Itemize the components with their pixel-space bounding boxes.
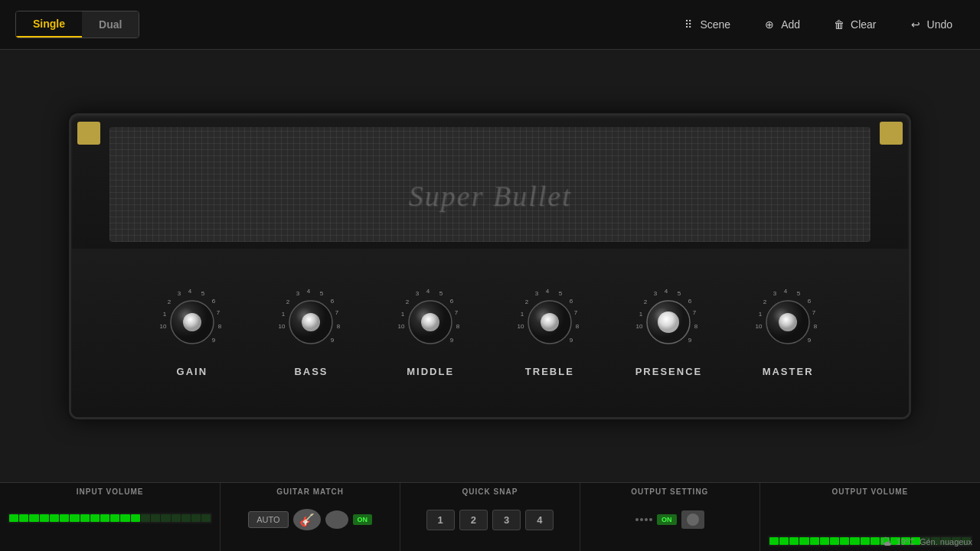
auto-button[interactable]: AUTO bbox=[248, 511, 288, 528]
svg-text:7: 7 bbox=[693, 309, 697, 316]
svg-text:10: 10 bbox=[636, 323, 643, 330]
svg-text:9: 9 bbox=[450, 337, 454, 344]
output-dots[interactable] bbox=[635, 518, 652, 521]
svg-text:4: 4 bbox=[307, 288, 311, 295]
grille-cloth: Super Bullet bbox=[109, 127, 871, 242]
add-button[interactable]: ⊕ Add bbox=[750, 11, 812, 37]
svg-text:7: 7 bbox=[455, 309, 459, 316]
svg-text:7: 7 bbox=[812, 309, 816, 316]
svg-text:6: 6 bbox=[450, 298, 454, 305]
corner-tr bbox=[880, 122, 903, 145]
svg-point-23 bbox=[302, 313, 320, 331]
tab-single[interactable]: Single bbox=[16, 11, 82, 37]
knob-master-label: MASTER bbox=[763, 366, 814, 377]
bottom-strip: INPUT VOLUME GUITAR MATCH AUTO 🎸 ON QUIC… bbox=[0, 482, 980, 551]
svg-text:8: 8 bbox=[337, 323, 341, 330]
guitar-match-controls: AUTO 🎸 ON bbox=[228, 509, 392, 530]
trash-icon: 🗑 bbox=[832, 18, 846, 31]
scene-button[interactable]: ⠿ Scene bbox=[669, 11, 743, 37]
output-setting-label: OUTPUT SETTING bbox=[631, 487, 708, 496]
svg-text:2: 2 bbox=[168, 298, 172, 305]
knob-group-bass: 4 5 6 3 2 1 7 8 9 10 bbox=[276, 288, 345, 377]
main-content: Super Bullet 4 5 6 3 2 bbox=[0, 50, 980, 482]
svg-text:2: 2 bbox=[644, 298, 648, 305]
knob-bass[interactable]: 4 5 6 3 2 1 7 8 9 10 bbox=[276, 288, 345, 357]
svg-text:6: 6 bbox=[688, 298, 692, 305]
snap-btn-3[interactable]: 3 bbox=[492, 510, 521, 530]
svg-text:7: 7 bbox=[335, 309, 339, 316]
top-bar: Single Dual ⠿ Scene ⊕ Add 🗑 Clear ↩ Undo bbox=[0, 0, 980, 50]
snap-btn-4[interactable]: 4 bbox=[525, 510, 554, 530]
knob-gain-label: GAIN bbox=[177, 366, 208, 377]
controls-panel: 4 5 6 3 2 1 7 8 9 10 bbox=[71, 249, 909, 417]
corner-tl bbox=[77, 122, 100, 145]
knob-treble[interactable]: 4 5 6 3 2 1 7 8 9 10 bbox=[515, 288, 584, 357]
snap-btn-1[interactable]: 1 bbox=[426, 510, 455, 530]
knob-group-gain: 4 5 6 3 2 1 7 8 9 10 bbox=[158, 288, 227, 377]
knob-bass-label: BASS bbox=[294, 366, 328, 377]
quick-snap-label: QUICK SNAP bbox=[462, 487, 518, 496]
knob-master[interactable]: 4 5 6 3 2 1 7 8 9 10 bbox=[753, 288, 822, 357]
svg-text:6: 6 bbox=[570, 298, 573, 305]
svg-text:3: 3 bbox=[178, 290, 181, 297]
scene-label: Scene bbox=[700, 18, 730, 31]
undo-icon: ↩ bbox=[909, 18, 923, 31]
add-label: Add bbox=[781, 18, 800, 31]
input-volume-label: INPUT VOLUME bbox=[77, 487, 144, 496]
output-on-badge: ON bbox=[657, 514, 677, 525]
output-knob[interactable] bbox=[681, 510, 704, 529]
svg-text:3: 3 bbox=[296, 290, 300, 297]
quick-snap-controls: 1 2 3 4 bbox=[408, 510, 572, 530]
svg-text:10: 10 bbox=[279, 323, 286, 330]
amp-body: Super Bullet 4 5 6 3 2 bbox=[69, 113, 911, 419]
snap-btn-2[interactable]: 2 bbox=[459, 510, 488, 530]
svg-text:1: 1 bbox=[639, 311, 643, 318]
svg-text:9: 9 bbox=[331, 337, 335, 344]
weather-widget: 🌤 19°C Gén. nuageux bbox=[880, 536, 972, 548]
svg-text:4: 4 bbox=[426, 288, 430, 295]
svg-text:8: 8 bbox=[576, 323, 580, 330]
svg-point-71 bbox=[779, 313, 797, 331]
svg-point-59 bbox=[658, 311, 679, 333]
guitar-icon: 🎸 bbox=[293, 509, 321, 530]
svg-text:1: 1 bbox=[401, 311, 405, 318]
svg-text:4: 4 bbox=[665, 288, 668, 295]
guitar-match-label: GUITAR MATCH bbox=[276, 487, 344, 496]
knob-group-presence: 4 5 6 3 2 1 7 8 9 10 bbox=[634, 288, 703, 377]
svg-text:8: 8 bbox=[814, 323, 818, 330]
svg-text:8: 8 bbox=[218, 323, 222, 330]
tab-dual[interactable]: Dual bbox=[82, 11, 139, 37]
mode-tabs: Single Dual bbox=[15, 11, 139, 38]
undo-button[interactable]: ↩ Undo bbox=[897, 11, 965, 37]
svg-text:3: 3 bbox=[535, 290, 539, 297]
output-setting-controls: ON bbox=[588, 510, 752, 529]
svg-text:3: 3 bbox=[416, 290, 420, 297]
svg-text:1: 1 bbox=[282, 311, 286, 318]
svg-text:4: 4 bbox=[546, 288, 550, 295]
amp-logo: Super Bullet bbox=[337, 139, 643, 253]
svg-text:1: 1 bbox=[163, 311, 167, 318]
weather-condition: Gén. nuageux bbox=[920, 537, 972, 546]
svg-text:9: 9 bbox=[808, 337, 812, 344]
svg-text:2: 2 bbox=[406, 298, 410, 305]
svg-point-47 bbox=[541, 313, 559, 331]
svg-text:7: 7 bbox=[217, 309, 220, 316]
undo-label: Undo bbox=[927, 18, 952, 31]
svg-text:2: 2 bbox=[763, 298, 767, 305]
svg-text:7: 7 bbox=[574, 309, 578, 316]
svg-text:8: 8 bbox=[456, 323, 460, 330]
output-volume-section: OUTPUT VOLUME 🌤 19°C Gén. nuageux bbox=[760, 483, 980, 551]
svg-text:10: 10 bbox=[398, 323, 405, 330]
knob-middle[interactable]: 4 5 6 3 2 1 7 8 9 10 bbox=[396, 288, 465, 357]
knob-presence[interactable]: 4 5 6 3 2 1 7 8 9 10 bbox=[634, 288, 703, 357]
clear-button[interactable]: 🗑 Clear bbox=[820, 11, 888, 37]
svg-text:2: 2 bbox=[525, 298, 529, 305]
add-icon: ⊕ bbox=[763, 18, 776, 31]
scene-icon: ⠿ bbox=[681, 18, 695, 31]
knob-gain[interactable]: 4 5 6 3 2 1 7 8 9 10 bbox=[158, 288, 227, 357]
amp-name: Super Bullet bbox=[409, 179, 572, 213]
knob-group-middle: 4 5 6 3 2 1 7 8 9 10 bbox=[396, 288, 465, 377]
output-volume-label: OUTPUT VOLUME bbox=[832, 487, 909, 496]
svg-text:10: 10 bbox=[517, 323, 524, 330]
svg-text:9: 9 bbox=[570, 337, 573, 344]
